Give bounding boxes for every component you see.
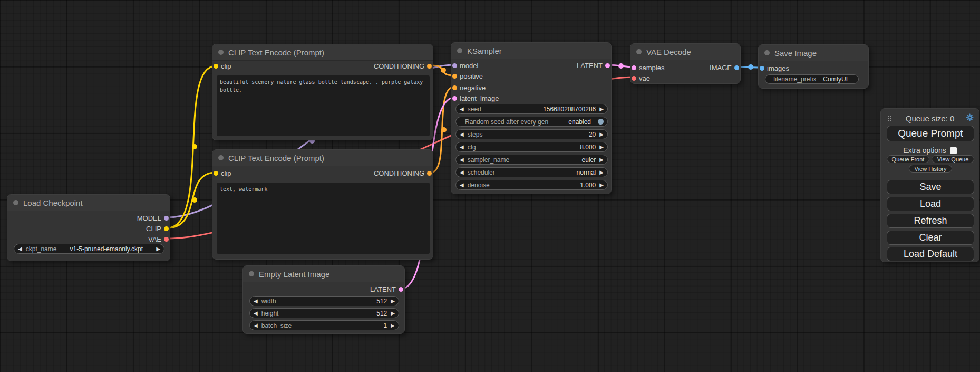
input-slot-positive: positive <box>460 71 483 81</box>
width-widget[interactable]: ◀ width 512 ▶ <box>249 296 399 306</box>
decrement-arrow-icon[interactable]: ◀ <box>254 311 258 316</box>
collapse-dot-icon[interactable] <box>249 271 254 276</box>
decrement-arrow-icon[interactable]: ◀ <box>460 107 464 112</box>
input-dot-clip[interactable] <box>214 64 218 69</box>
input-dot-latent-image[interactable] <box>452 96 457 101</box>
node-vae-decode[interactable]: VAE Decode samples vae IMAGE <box>630 43 741 84</box>
decrement-arrow-icon[interactable]: ◀ <box>460 170 464 175</box>
output-dot-image[interactable] <box>734 65 739 70</box>
increment-arrow-icon[interactable]: ▶ <box>156 246 160 252</box>
node-title: KSampler <box>467 46 502 55</box>
seed-widget[interactable]: ◀ seed 156680208700286 ▶ <box>455 104 608 114</box>
node-save-image[interactable]: Save Image images filename_prefix ComfyU… <box>758 44 869 89</box>
collapse-dot-icon[interactable] <box>218 50 224 55</box>
output-dot-conditioning[interactable] <box>427 64 432 69</box>
batch-size-widget[interactable]: ◀ batch_size 1 ▶ <box>249 320 399 330</box>
decrement-arrow-icon[interactable]: ◀ <box>460 132 464 137</box>
filename-prefix-widget[interactable]: filename_prefix ComfyUI <box>765 74 859 84</box>
collapse-dot-icon[interactable] <box>218 155 224 160</box>
output-dot-model[interactable] <box>164 216 169 221</box>
queue-front-button[interactable]: Queue Front <box>887 155 929 163</box>
node-clip-text-encode-negative[interactable]: CLIP Text Encode (Prompt) clip CONDITION… <box>212 149 433 260</box>
ckpt-name-widget[interactable]: ◀ ckpt_name v1-5-pruned-emaonly.ckpt ▶ <box>14 244 164 254</box>
denoise-widget[interactable]: ◀ denoise 1.000 ▶ <box>455 180 608 190</box>
link-midpoint-dot <box>192 197 197 203</box>
node-title-bar[interactable]: KSampler <box>451 43 611 59</box>
queue-size-label: Queue size: 0 <box>881 114 979 123</box>
queue-prompt-button[interactable]: Queue Prompt <box>887 126 974 141</box>
view-queue-button[interactable]: View Queue <box>932 155 974 163</box>
decrement-arrow-icon[interactable]: ◀ <box>460 157 464 163</box>
node-title-bar[interactable]: Load Checkpoint <box>7 195 170 211</box>
input-slot-images: images <box>767 63 789 73</box>
extra-options-checkbox[interactable] <box>950 147 957 154</box>
view-history-button[interactable]: View History <box>909 165 952 173</box>
node-title-bar[interactable]: CLIP Text Encode (Prompt) <box>212 44 433 61</box>
widget-label: ckpt_name <box>26 245 57 253</box>
input-dot-clip[interactable] <box>214 171 218 176</box>
cfg-widget[interactable]: ◀ cfg 8.000 ▶ <box>455 142 608 152</box>
node-load-checkpoint[interactable]: Load Checkpoint MODEL CLIP VAE ◀ ckpt_na… <box>7 194 170 261</box>
graph-canvas[interactable]: Load Checkpoint MODEL CLIP VAE ◀ ckpt_na… <box>0 0 980 372</box>
decrement-arrow-icon[interactable]: ◀ <box>254 299 258 304</box>
output-slot-clip: CLIP <box>146 223 161 234</box>
load-default-button[interactable]: Load Default <box>887 247 974 261</box>
height-widget[interactable]: ◀ height 512 ▶ <box>249 308 399 318</box>
node-title-bar[interactable]: Empty Latent Image <box>243 266 404 282</box>
clear-button[interactable]: Clear <box>887 231 974 245</box>
node-title: Empty Latent Image <box>259 270 329 279</box>
decrement-arrow-icon[interactable]: ◀ <box>460 183 464 188</box>
increment-arrow-icon[interactable]: ▶ <box>599 132 604 137</box>
increment-arrow-icon[interactable]: ▶ <box>599 145 604 150</box>
output-slot-conditioning: CONDITIONING <box>374 61 424 71</box>
decrement-arrow-icon[interactable]: ◀ <box>254 323 258 328</box>
node-title: CLIP Text Encode (Prompt) <box>228 154 324 163</box>
output-dot-clip[interactable] <box>164 226 169 231</box>
input-dot-negative[interactable] <box>452 85 457 90</box>
random-seed-toggle-widget[interactable]: Random seed after every gen enabled <box>455 117 608 127</box>
input-dot-images[interactable] <box>760 66 764 71</box>
toggle-knob-icon[interactable] <box>598 119 604 125</box>
node-clip-text-encode-positive[interactable]: CLIP Text Encode (Prompt) clip CONDITION… <box>212 44 433 140</box>
increment-arrow-icon[interactable]: ▶ <box>599 183 604 188</box>
increment-arrow-icon[interactable]: ▶ <box>391 311 395 316</box>
node-title-bar[interactable]: CLIP Text Encode (Prompt) <box>212 150 433 166</box>
steps-widget[interactable]: ◀ steps 20 ▶ <box>455 129 608 139</box>
output-dot-latent[interactable] <box>605 63 610 68</box>
increment-arrow-icon[interactable]: ▶ <box>599 157 604 163</box>
decrement-arrow-icon[interactable]: ◀ <box>18 246 22 252</box>
node-title-bar[interactable]: Save Image <box>759 45 868 61</box>
load-button[interactable]: Load <box>887 197 974 211</box>
decrement-arrow-icon[interactable]: ◀ <box>460 145 464 150</box>
settings-gear-icon[interactable] <box>966 113 974 123</box>
increment-arrow-icon[interactable]: ▶ <box>391 323 395 328</box>
refresh-button[interactable]: Refresh <box>887 214 974 228</box>
input-slot-clip: clip <box>221 168 231 178</box>
positive-prompt-textarea[interactable]: beautiful scenery nature glass bottle la… <box>217 75 430 136</box>
increment-arrow-icon[interactable]: ▶ <box>391 299 395 304</box>
output-dot-vae[interactable] <box>164 237 169 242</box>
collapse-dot-icon[interactable] <box>457 48 462 53</box>
input-dot-samples[interactable] <box>632 65 636 70</box>
node-title: Save Image <box>774 49 817 58</box>
save-button[interactable]: Save <box>887 180 974 194</box>
node-title-bar[interactable]: VAE Decode <box>630 44 740 60</box>
link-midpoint-dot <box>441 68 446 73</box>
collapse-dot-icon[interactable] <box>764 50 770 55</box>
scheduler-widget[interactable]: ◀ scheduler normal ▶ <box>455 167 608 177</box>
input-dot-vae[interactable] <box>632 76 636 81</box>
collapse-dot-icon[interactable] <box>13 200 18 205</box>
sampler-name-widget[interactable]: ◀ sampler_name euler ▶ <box>455 155 608 165</box>
increment-arrow-icon[interactable]: ▶ <box>599 170 604 175</box>
output-dot-conditioning[interactable] <box>427 171 432 176</box>
input-slot-clip: clip <box>221 61 231 71</box>
node-empty-latent-image[interactable]: Empty Latent Image LATENT ◀ width 512 ▶ … <box>242 265 405 334</box>
input-dot-model[interactable] <box>452 63 457 68</box>
increment-arrow-icon[interactable]: ▶ <box>599 107 604 112</box>
collapse-dot-icon[interactable] <box>636 49 642 54</box>
input-dot-positive[interactable] <box>452 74 457 79</box>
negative-prompt-textarea[interactable]: text, watermark <box>217 183 430 254</box>
queue-panel: Queue size: 0 Queue Prompt Extra options… <box>880 108 979 262</box>
output-dot-latent[interactable] <box>399 287 403 292</box>
node-ksampler[interactable]: KSampler model positive negative latent_… <box>451 42 612 194</box>
